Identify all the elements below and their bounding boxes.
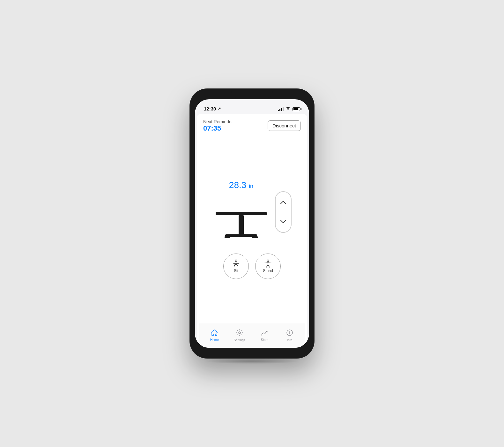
reminder-section: Next Reminder 07:35 — [203, 119, 233, 133]
svg-point-20 — [289, 331, 290, 332]
app-content: Next Reminder 07:35 Disconnect 28.3 in — [197, 114, 307, 348]
stand-label: Stand — [263, 269, 273, 273]
status-time: 12:30 ↗ — [204, 106, 221, 111]
tab-settings[interactable]: Settings — [227, 329, 252, 342]
tab-stats-label: Stats — [261, 338, 268, 342]
decrease-height-button[interactable] — [278, 216, 289, 227]
svg-line-7 — [234, 264, 236, 266]
increase-height-button[interactable] — [278, 197, 289, 208]
time-display: 12:30 — [204, 106, 216, 111]
home-icon — [211, 330, 218, 337]
height-display: 28.3 in — [229, 180, 253, 190]
stand-button[interactable]: Stand — [255, 254, 281, 279]
sit-button[interactable]: Sit — [223, 254, 249, 279]
desk-visual: 28.3 in — [212, 180, 270, 244]
disconnect-button[interactable]: Disconnect — [268, 120, 301, 131]
reminder-label: Next Reminder — [203, 119, 233, 124]
height-unit: in — [249, 183, 253, 189]
svg-line-14 — [268, 265, 270, 267]
desk-section: 28.3 in — [212, 180, 292, 244]
svg-point-17 — [239, 332, 241, 334]
svg-rect-0 — [216, 212, 267, 215]
desk-illustration — [212, 193, 270, 244]
svg-rect-1 — [239, 215, 244, 236]
signal-icon — [278, 107, 284, 111]
height-controller — [275, 191, 292, 233]
phone-frame: 12:30 ↗ — [190, 89, 314, 358]
phone-screen: 12:30 ↗ — [195, 99, 309, 348]
info-icon — [286, 329, 293, 337]
status-icons — [278, 107, 300, 111]
tab-info-label: Info — [287, 338, 292, 342]
status-bar: 12:30 ↗ — [195, 99, 309, 113]
tab-home[interactable]: Home — [202, 330, 227, 342]
height-value: 28.3 — [229, 180, 247, 190]
tab-stats[interactable]: Stats — [252, 330, 277, 342]
svg-point-11 — [267, 260, 269, 262]
reminder-time: 07:35 — [203, 124, 233, 133]
svg-point-5 — [235, 260, 237, 262]
tab-bar: Home Settings — [199, 323, 305, 348]
svg-line-13 — [266, 265, 268, 267]
battery-icon — [293, 107, 300, 111]
tab-settings-label: Settings — [234, 338, 245, 342]
controller-divider — [279, 212, 288, 212]
main-area: 28.3 in — [197, 136, 307, 323]
sit-icon — [232, 260, 241, 268]
notch — [231, 89, 273, 98]
header: Next Reminder 07:35 Disconnect — [197, 114, 307, 136]
tab-info[interactable]: Info — [277, 329, 302, 342]
svg-line-8 — [236, 264, 238, 266]
stand-icon — [263, 260, 272, 268]
svg-rect-3 — [225, 236, 230, 238]
settings-icon — [236, 329, 243, 337]
tab-home-label: Home — [210, 338, 219, 342]
location-arrow-icon: ↗ — [218, 107, 221, 111]
svg-rect-4 — [252, 236, 258, 238]
wifi-icon — [285, 107, 291, 111]
sit-label: Sit — [234, 269, 238, 273]
sit-stand-row: Sit Stand — [223, 254, 281, 279]
stats-icon — [261, 330, 268, 337]
